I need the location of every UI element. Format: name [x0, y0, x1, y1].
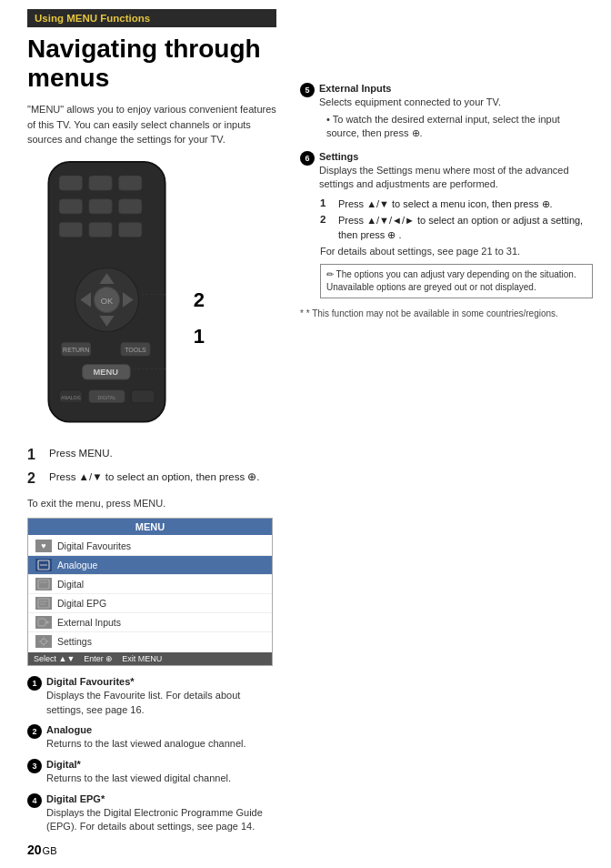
remote-step-label-1: 1 — [194, 325, 205, 348]
circle-num-3: 3 — [27, 759, 42, 773]
menu-item-external: External Inputs — [28, 613, 272, 632]
circle-num-2: 2 — [27, 724, 42, 739]
page-number: 20GB — [27, 843, 56, 857]
menu-enter-hint: Enter ⊕ — [84, 654, 113, 663]
step-1-text: Press MENU. — [49, 446, 113, 460]
menu-icon-analogue — [35, 559, 52, 571]
settings-sub-steps: 1 Press ▲/▼ to select a menu icon, then … — [300, 197, 593, 259]
menu-item-settings: Settings — [28, 632, 272, 651]
right-circle-6: 6 — [300, 151, 315, 166]
main-heading: Navigating through menus — [27, 35, 276, 93]
svg-text:DIGITAL: DIGITAL — [98, 395, 116, 400]
remote-step-label-2: 2 — [194, 288, 205, 312]
substep-text-1: Press ▲/▼ to select a menu icon, then pr… — [338, 197, 553, 211]
svg-rect-7 — [59, 222, 83, 237]
menu-label-analogue: Analogue — [57, 560, 97, 570]
menu-icon-heart: ♥ — [35, 540, 52, 552]
right-title-5: External Inputs — [319, 83, 391, 94]
svg-text:MENU: MENU — [94, 368, 119, 377]
desc-text-4: Displays the Digital Electronic Programm… — [46, 807, 263, 832]
page-suffix: GB — [43, 845, 57, 856]
svg-rect-3 — [118, 176, 142, 190]
right-item-5: 5 External Inputs Selects equipment conn… — [300, 82, 593, 141]
substep-num-1: 1 — [320, 197, 335, 208]
menu-icon-epg — [35, 597, 52, 610]
menu-bottom-bar: Select ▲▼ Enter ⊕ Exit MENU — [28, 652, 272, 665]
settings-note-box: The options you can adjust vary dependin… — [320, 264, 593, 298]
menu-exit-hint: Exit MENU — [122, 654, 162, 663]
svg-rect-37 — [38, 619, 45, 626]
circle-num-1: 1 — [27, 676, 42, 691]
menu-label-favourites: Digital Favourites — [57, 540, 131, 551]
step-2-row: 2 Press ▲/▼ to select an option, then pr… — [27, 469, 276, 489]
right-circle-5: 5 — [300, 83, 315, 97]
desc-item-1: 1 Digital Favourites* Displays the Favou… — [27, 675, 276, 717]
right-title-6: Settings — [319, 151, 358, 162]
desc-text-3: Returns to the last viewed digital chann… — [46, 772, 231, 783]
desc-title-3: Digital* — [46, 759, 81, 770]
menu-items-desc: 1 Digital Favourites* Displays the Favou… — [27, 675, 276, 834]
menu-label-external: External Inputs — [57, 617, 121, 628]
desc-title-4: Digital EPG* — [46, 793, 105, 804]
svg-rect-6 — [118, 199, 142, 214]
svg-rect-2 — [89, 176, 113, 190]
pen-icon — [326, 269, 334, 279]
settings-note-text: The options you can adjust vary dependin… — [326, 269, 576, 292]
right-desc-6: Displays the Settings menu where most of… — [319, 165, 569, 189]
svg-text:RETURN: RETURN — [63, 347, 89, 353]
step-1-number: 1 — [27, 446, 45, 465]
circle-num-4: 4 — [27, 793, 42, 808]
steps-section: 1 Press MENU. 2 Press ▲/▼ to select an o… — [27, 446, 276, 489]
svg-rect-8 — [89, 222, 113, 237]
desc-item-4: 4 Digital EPG* Displays the Digital Elec… — [27, 792, 276, 834]
remote-image: OK RETURN TOOLS MENU ANALOG DIGITAL — [27, 156, 209, 435]
desc-item-3: 3 Digital* Returns to the last viewed di… — [27, 758, 276, 786]
settings-substep-1: 1 Press ▲/▼ to select a menu icon, then … — [320, 197, 593, 211]
svg-rect-32 — [38, 580, 49, 589]
svg-marker-39 — [46, 621, 49, 624]
step-1-row: 1 Press MENU. — [27, 446, 276, 465]
svg-text:ANALOG: ANALOG — [61, 395, 81, 400]
svg-rect-9 — [118, 222, 142, 237]
asterisk-icon: * — [300, 308, 306, 318]
intro-text: "MENU" allows you to enjoy various conve… — [27, 102, 276, 147]
right-desc-5: Selects equipment connected to your TV. — [319, 96, 501, 107]
menu-screenshot: MENU ♥ Digital Favourites Analogue — [27, 518, 273, 666]
footnote-text: * This function may not be available in … — [306, 308, 558, 318]
svg-rect-34 — [38, 599, 49, 608]
desc-title-1: Digital Favourites* — [46, 676, 135, 687]
right-sub-5: • To watch the desired external input, s… — [319, 113, 593, 141]
menu-icon-digital — [35, 578, 52, 590]
svg-rect-1 — [59, 176, 83, 190]
right-footnote: * * This function may not be available i… — [300, 308, 593, 320]
desc-text-1: Displays the Favourite list. For details… — [46, 690, 240, 714]
right-item-6: 6 Settings Displays the Settings menu wh… — [300, 150, 593, 192]
menu-select-hint: Select ▲▼ — [34, 654, 75, 663]
svg-text:OK: OK — [101, 297, 114, 306]
menu-title: MENU — [28, 519, 272, 535]
desc-item-2: 2 Analogue Returns to the last viewed an… — [27, 723, 276, 752]
section-header: Using MENU Functions — [27, 9, 276, 27]
menu-label-epg: Digital EPG — [57, 598, 106, 609]
exit-text: To exit the menu, press MENU. — [27, 498, 276, 509]
desc-title-2: Analogue — [46, 724, 92, 735]
menu-item-favourites: ♥ Digital Favourites — [28, 537, 272, 556]
settings-page-ref: For details about settings, see page 21 … — [320, 245, 593, 258]
menu-items-list: ♥ Digital Favourites Analogue Digital — [28, 535, 272, 652]
menu-item-analogue: Analogue — [28, 556, 272, 575]
desc-text-2: Returns to the last viewed analogue chan… — [46, 738, 246, 749]
substep-text-2: Press ▲/▼/◄/► to select an option or adj… — [338, 214, 593, 242]
svg-rect-5 — [89, 199, 113, 214]
menu-item-epg: Digital EPG — [28, 594, 272, 613]
menu-icon-settings — [35, 635, 52, 648]
settings-substep-2: 2 Press ▲/▼/◄/► to select an option or a… — [320, 214, 593, 242]
menu-item-digital: Digital — [28, 575, 272, 594]
svg-rect-25 — [131, 390, 155, 403]
step-2-number: 2 — [27, 469, 45, 489]
menu-icon-external — [35, 616, 52, 629]
substep-num-2: 2 — [320, 214, 335, 225]
svg-point-40 — [41, 639, 46, 644]
menu-label-digital: Digital — [57, 579, 84, 590]
menu-label-settings: Settings — [57, 636, 92, 647]
svg-rect-4 — [59, 199, 83, 214]
